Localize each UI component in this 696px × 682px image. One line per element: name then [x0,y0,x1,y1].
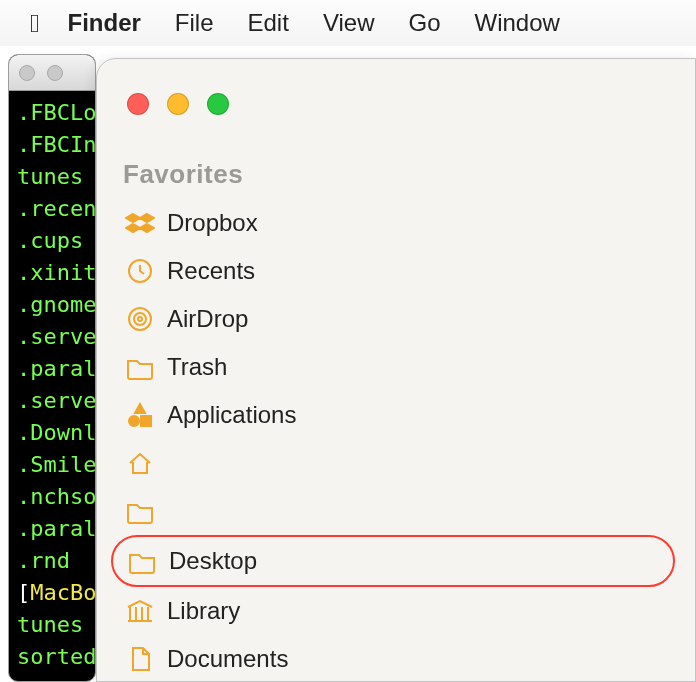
sidebar-favorites-list: DropboxRecentsAirDropTrashApplicationsDe… [111,199,675,682]
terminal-line: .cups [17,225,87,257]
apps-icon [123,398,157,432]
window-zoom-button[interactable] [207,93,229,115]
sidebar-section-favorites: Favorites [123,159,243,190]
terminal-line: [MacBoo [17,577,87,609]
document-icon [123,642,157,676]
terminal-line: .nchso [17,481,87,513]
sidebar-item-label: Applications [167,401,296,429]
terminal-line: .serve [17,321,87,353]
terminal-line: sorted [17,641,87,673]
menu-bar:  Finder File Edit View Go Window [0,0,696,46]
terminal-line: tunes [17,161,87,193]
terminal-minimize-button[interactable] [47,65,63,81]
menu-window[interactable]: Window [474,9,559,37]
terminal-line: .gnome [17,289,87,321]
folder-icon [123,494,157,528]
menu-view[interactable]: View [323,9,375,37]
terminal-line: .serve [17,385,87,417]
airdrop-icon [123,302,157,336]
sidebar-item-recents[interactable]: Recents [111,247,675,295]
folder-icon [125,544,159,578]
sidebar-item-applications[interactable]: Applications [111,391,675,439]
sidebar-item-desktop[interactable]: Desktop [111,535,675,587]
window-close-button[interactable] [127,93,149,115]
sidebar-item-label: Desktop [169,547,257,575]
app-menu[interactable]: Finder [68,9,141,37]
menu-edit[interactable]: Edit [248,9,289,37]
terminal-line: .FBCLo [17,97,87,129]
terminal-line: .xinit [17,257,87,289]
sidebar-item-label: Trash [167,353,227,381]
menu-file[interactable]: File [175,9,214,37]
sidebar-item-label: Recents [167,257,255,285]
sidebar-item-library[interactable]: Library [111,587,675,635]
sidebar-item-unnamed[interactable] [111,439,675,487]
menu-go[interactable]: Go [408,9,440,37]
sidebar-item-label: Documents [167,645,288,673]
terminal-line: .rnd [17,545,87,577]
window-controls [127,93,229,115]
sidebar-item-documents[interactable]: Documents [111,635,675,682]
home-icon [123,446,157,480]
terminal-titlebar [9,55,95,91]
sidebar-item-label: Library [167,597,240,625]
terminal-window: .FBCLo.FBCIntunes.recen.cups.xinit.gnome… [8,54,96,682]
sidebar-item-label: Dropbox [167,209,258,237]
terminal-output: .FBCLo.FBCIntunes.recen.cups.xinit.gnome… [9,91,95,682]
library-icon [123,594,157,628]
finder-window: Favorites DropboxRecentsAirDropTrashAppl… [96,58,696,682]
terminal-line: .Downl [17,417,87,449]
terminal-line: new st [17,673,87,682]
sidebar-item-dropbox[interactable]: Dropbox [111,199,675,247]
terminal-line: .paral [17,513,87,545]
terminal-close-button[interactable] [19,65,35,81]
sidebar-item-trash[interactable]: Trash [111,343,675,391]
dropbox-icon [123,206,157,240]
terminal-line: .Smile [17,449,87,481]
folder-icon [123,350,157,384]
sidebar-item-airdrop[interactable]: AirDrop [111,295,675,343]
sidebar-item-label: AirDrop [167,305,248,333]
terminal-line: .FBCIn [17,129,87,161]
terminal-line: .recen [17,193,87,225]
apple-menu-icon[interactable]:  [30,8,40,39]
terminal-line: tunes [17,609,87,641]
terminal-line: .paral [17,353,87,385]
sidebar-item-unnamed[interactable] [111,487,675,535]
window-minimize-button[interactable] [167,93,189,115]
clock-icon [123,254,157,288]
